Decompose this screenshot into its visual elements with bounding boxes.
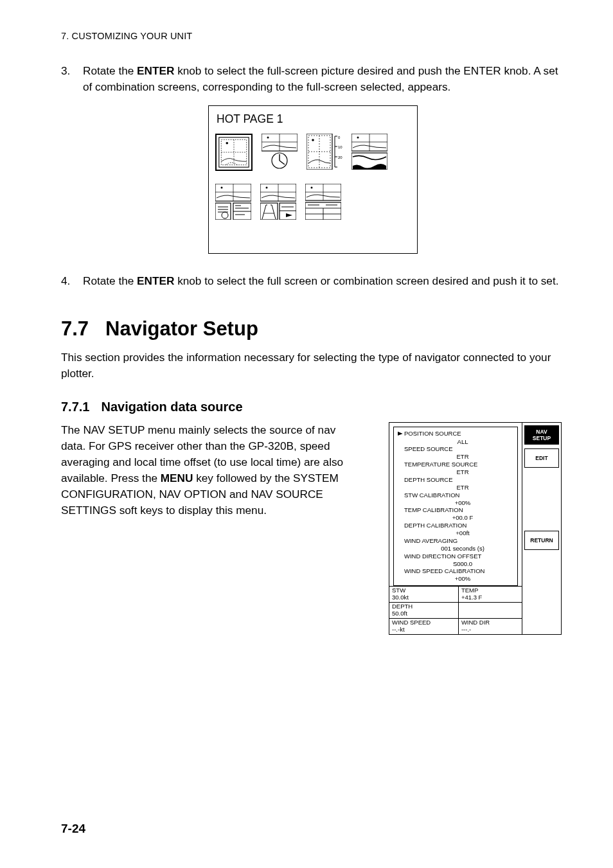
step-4-number: 4. (61, 273, 70, 289)
nav-item-1-value: ETR (412, 453, 513, 461)
nav-item-5-value: +00.0 F (412, 514, 513, 522)
chart-data2-icon (305, 184, 341, 220)
hot-page-figure: HOT PAGE 1 (208, 105, 418, 254)
hot-tile-5 (215, 184, 251, 220)
softkey-column: NAV SETUP EDIT RETURN (522, 423, 561, 634)
windspeed-value: --.-kt (392, 626, 405, 633)
temp-label: TEMP (461, 587, 478, 594)
section-7-7-1-title: Navigation data source (101, 400, 242, 414)
section-7-7-1-num: 7.7.1 (61, 400, 89, 414)
nav-item-2-value: ETR (412, 468, 513, 476)
enter-knob-bold: ENTER (137, 64, 174, 77)
nav-setup-list: ▶POSITION SOURCE ALL SPEED SOURCE ETR TE… (393, 427, 518, 586)
section-7-7-num: 7.7 (61, 317, 89, 340)
nav-item-2-label: TEMPERATURE SOURCE (404, 461, 513, 468)
stw-cell: STW 30.0kt (389, 587, 459, 603)
step-3-text-a: Rotate the (83, 64, 137, 77)
hot-row-2 (215, 184, 412, 220)
section-7-7-heading: 7.7Navigator Setup (61, 317, 562, 341)
nav-item-3-label: DEPTH SOURCE (404, 476, 513, 484)
section-7-7-title: Navigator Setup (105, 317, 258, 340)
windspeed-cell: WIND SPEED --.-kt (389, 619, 459, 634)
nav-item-6-value: +00ft (412, 529, 513, 537)
svg-point-8 (267, 137, 269, 139)
svg-rect-47 (280, 203, 296, 220)
step-3: 3. Rotate the ENTER knob to select the f… (61, 63, 562, 254)
svg-point-4 (226, 142, 229, 145)
svg-line-11 (280, 161, 285, 164)
section-7-7-para: This section provides the information ne… (61, 350, 562, 382)
section-7-7-1-para: The NAV SETUP menu mainly selects the so… (61, 422, 363, 518)
nav-setup-figure: ▶POSITION SOURCE ALL SPEED SOURCE ETR TE… (389, 422, 562, 635)
step-3-number: 3. (61, 63, 70, 79)
scale-0: 0 (338, 136, 341, 139)
chart-sonar-icon (351, 134, 387, 170)
chart-data-icon (215, 184, 251, 220)
svg-point-30 (221, 187, 223, 189)
svg-point-54 (311, 187, 313, 189)
hot-tile-4 (351, 134, 387, 170)
svg-marker-50 (286, 213, 292, 217)
hot-page-title: HOT PAGE 1 (217, 111, 412, 127)
section-7-7-1-heading: 7.7.1Navigation data source (61, 400, 562, 414)
scale-10: 10 (338, 145, 342, 149)
menu-key-bold: MENU (161, 472, 193, 484)
softkey-nav-setup[interactable]: NAV SETUP (524, 425, 559, 445)
chart-hwy-icon (260, 184, 296, 220)
hot-tile-7 (305, 184, 341, 220)
stw-label: STW (392, 587, 405, 594)
nav-item-3-value: ETR (412, 484, 513, 492)
blank-cell (459, 603, 522, 619)
winddir-value: ---.- (461, 626, 471, 633)
nav-item-5-label: TEMP CALIBRATION (404, 506, 513, 514)
softkey-return[interactable]: RETURN (524, 531, 559, 550)
nav-item-7-label: WIND AVERAGING (404, 537, 513, 545)
svg-point-16 (312, 139, 314, 141)
depth-value: 50.0ft (392, 610, 407, 617)
step-4-text-b: knob to select the full screen or combin… (174, 274, 558, 287)
svg-rect-31 (215, 203, 231, 220)
hot-tile-1-selected (215, 134, 253, 171)
nav-item-8-value: S000.0 (412, 560, 513, 568)
svg-point-44 (266, 187, 268, 189)
scale-20: 20 (338, 155, 342, 159)
nav-item-9-value: +00% (412, 575, 513, 583)
nav-item-8-label: WIND DIRECTION OFFSET (404, 553, 513, 560)
nav-data-grid: STW 30.0kt TEMP +41.3 F DEPTH 50.0ft WIN… (389, 586, 522, 634)
winddir-cell: WIND DIR ---.- (459, 619, 522, 634)
step-4-text-a: Rotate the (83, 274, 137, 287)
enter-knob-bold-2: ENTER (137, 274, 174, 287)
chart-compass-icon (262, 134, 298, 170)
nav-item-1-label: SPEED SOURCE (404, 445, 513, 453)
nav-item-4-label: STW CALIBRATION (404, 492, 513, 499)
nav-item-0-value: ALL (412, 438, 513, 446)
nav-item-6-label: DEPTH CALIBRATION (404, 522, 513, 529)
softkey-spacer (524, 472, 559, 527)
cursor-pointer-icon: ▶ (398, 430, 403, 437)
hot-row-1: 0 10 20 (215, 134, 412, 171)
hot-tile-6 (260, 184, 296, 220)
temp-value: +41.3 F (461, 594, 482, 601)
chart-full-icon (218, 136, 250, 168)
step-4: 4. Rotate the ENTER knob to select the f… (61, 273, 562, 289)
page-number: 7-24 (61, 822, 85, 836)
nav-item-9-label: WIND SPEED CALIBRATION (404, 567, 513, 575)
svg-point-35 (222, 212, 228, 218)
hot-tile-2 (262, 134, 298, 170)
svg-point-25 (357, 137, 359, 139)
nav-item-0-label: POSITION SOURCE (404, 430, 461, 437)
softkey-edit[interactable]: EDIT (524, 448, 559, 468)
chart-scale-icon: 0 10 20 (306, 134, 342, 170)
depth-cell: DEPTH 50.0ft (389, 603, 459, 619)
hot-tile-3: 0 10 20 (306, 134, 342, 170)
stw-value: 30.0kt (392, 594, 409, 601)
running-header: 7. CUSTOMIZING YOUR UNIT (61, 31, 562, 41)
nav-item-7-value: 001 seconds (s) (412, 545, 513, 553)
depth-label: DEPTH (392, 603, 413, 610)
winddir-label: WIND DIR (461, 619, 490, 626)
nav-item-4-value: +00% (412, 499, 513, 507)
windspeed-label: WIND SPEED (392, 619, 431, 626)
temp-cell: TEMP +41.3 F (459, 587, 522, 603)
